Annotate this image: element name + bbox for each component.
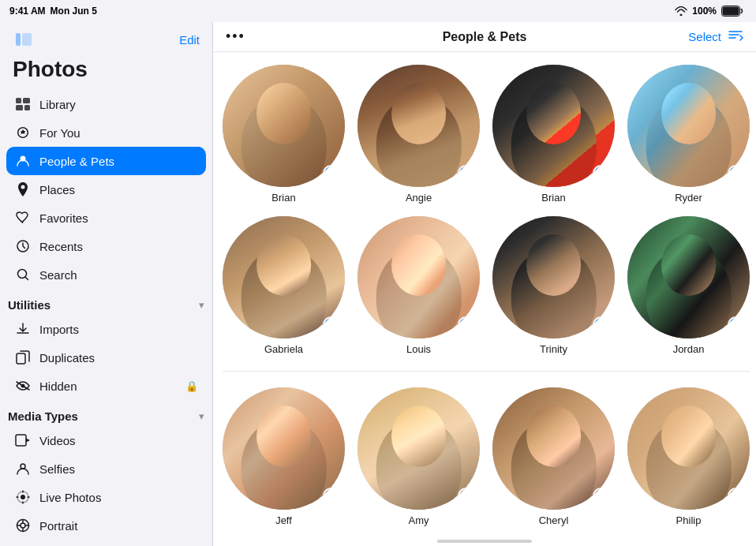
- library-icon: [14, 95, 32, 113]
- heart-badge-gabriela: ♥: [323, 316, 340, 334]
- media-types-section-header[interactable]: Media Types ▾: [0, 400, 212, 426]
- sidebar-header: Edit: [0, 22, 212, 55]
- content-header-wrapper: ••• People & Pets Select: [226, 28, 743, 45]
- person-item-trinity[interactable]: ♥ Trinity: [492, 216, 615, 355]
- person-item-jeff[interactable]: ♥ Jeff: [223, 387, 345, 526]
- sidebar-item-search[interactable]: Search: [6, 260, 206, 289]
- person-item-angie[interactable]: ♥ Angie: [357, 65, 480, 204]
- heart-badge-jordan: ♥: [728, 316, 745, 334]
- status-right: 100%: [675, 6, 743, 17]
- person-name-brian-1: Brian: [271, 192, 295, 204]
- person-name-ryder: Ryder: [675, 192, 702, 204]
- svg-rect-11: [17, 353, 25, 364]
- sidebar-item-recents[interactable]: Recents: [6, 232, 206, 260]
- sidebar-item-duplicates[interactable]: Duplicates: [6, 343, 206, 372]
- heart-badge-louis: ♥: [458, 316, 475, 334]
- sidebar-item-live-photos[interactable]: Live Photos: [6, 483, 206, 511]
- person-name-trinity: Trinity: [540, 343, 567, 355]
- sidebar-item-portrait[interactable]: Portrait: [6, 511, 206, 540]
- svg-rect-6: [16, 105, 23, 110]
- main-layout: Edit Photos Library: [0, 22, 756, 546]
- sidebar: Edit Photos Library: [0, 22, 213, 546]
- heart-badge-philip: ♥: [728, 488, 745, 505]
- sidebar-toggle-icon[interactable]: [13, 28, 35, 50]
- sidebar-item-label-selfies: Selfies: [39, 462, 198, 476]
- status-time: 9:41 AM: [9, 6, 46, 17]
- media-types-chevron: ▾: [199, 410, 204, 422]
- hidden-icon: [14, 377, 32, 395]
- more-options-button[interactable]: •••: [226, 28, 245, 45]
- sidebar-item-people-pets[interactable]: People & Pets: [6, 147, 206, 175]
- sort-button[interactable]: [728, 28, 743, 45]
- sidebar-item-library[interactable]: Library: [6, 90, 206, 118]
- person-item-philip[interactable]: ♥ Philip: [627, 387, 750, 526]
- sidebar-title: Photos: [0, 55, 212, 90]
- sidebar-item-label-people-pets: People & Pets: [39, 155, 198, 168]
- utilities-section-header[interactable]: Utilities ▾: [0, 289, 212, 315]
- sidebar-item-label-recents: Recents: [39, 240, 198, 253]
- select-button[interactable]: Select: [688, 30, 721, 43]
- person-item-ryder[interactable]: ♥ Ryder: [627, 65, 750, 204]
- person-item-brian-2[interactable]: ♥ Brian: [492, 65, 615, 204]
- photo-grid-scroll[interactable]: ♥ Brian ♥ Angie ♥ Brian: [213, 52, 756, 533]
- person-photo-gabriela: ♥: [223, 216, 345, 338]
- heart-badge-amy: ♥: [458, 488, 475, 505]
- person-name-angie: Angie: [406, 192, 432, 204]
- person-photo-louis: ♥: [357, 216, 480, 338]
- person-item-gabriela[interactable]: ♥ Gabriela: [223, 216, 345, 355]
- sidebar-item-imports[interactable]: Imports: [6, 315, 206, 343]
- recents-icon: [14, 237, 32, 255]
- svg-rect-13: [16, 435, 26, 446]
- section-divider: [223, 371, 750, 372]
- person-item-jordan[interactable]: ♥ Jordan: [627, 216, 750, 355]
- svg-point-22: [21, 523, 25, 528]
- heart-badge-trinity: ♥: [593, 316, 610, 334]
- sidebar-item-label-live-photos: Live Photos: [39, 491, 198, 504]
- person-item-brian-1[interactable]: ♥ Brian: [223, 65, 345, 204]
- sidebar-item-places[interactable]: Places: [6, 175, 206, 204]
- status-bar: 9:41 AM Mon Jun 5 100%: [0, 0, 756, 22]
- sidebar-item-label-for-you: For You: [39, 126, 198, 140]
- favorites-icon: [14, 209, 32, 226]
- person-photo-cheryl: ♥: [492, 387, 615, 510]
- person-item-amy[interactable]: ♥ Amy: [357, 387, 480, 526]
- sidebar-item-for-you[interactable]: For You: [6, 118, 206, 147]
- sidebar-item-favorites[interactable]: Favorites: [6, 204, 206, 232]
- svg-rect-5: [23, 98, 30, 103]
- videos-icon: [14, 432, 32, 449]
- person-name-philip: Philip: [676, 514, 702, 526]
- person-photo-jeff: ♥: [223, 387, 345, 510]
- utilities-section: Imports Duplicates: [0, 315, 212, 400]
- selfies-icon: [14, 460, 32, 477]
- search-icon: [14, 266, 32, 283]
- sidebar-item-videos[interactable]: Videos: [6, 426, 206, 454]
- person-name-jordan: Jordan: [673, 343, 705, 355]
- heart-badge-angie: ♥: [458, 165, 475, 182]
- utilities-title: Utilities: [8, 298, 51, 312]
- edit-button[interactable]: Edit: [179, 33, 200, 47]
- scroll-dot: [437, 540, 532, 543]
- person-photo-brian-1: ♥: [223, 65, 345, 187]
- imports-icon: [14, 320, 32, 338]
- sidebar-item-label-duplicates: Duplicates: [39, 351, 198, 365]
- svg-rect-1: [723, 7, 739, 16]
- photo-grid: ♥ Brian ♥ Angie ♥ Brian: [223, 65, 747, 526]
- live-photos-icon: [14, 488, 32, 506]
- sidebar-item-label-portrait: Portrait: [39, 519, 198, 533]
- media-types-section: Videos Selfies: [0, 426, 212, 540]
- content-header-right: Select: [688, 28, 743, 45]
- sidebar-item-hidden[interactable]: Hidden 🔒: [6, 372, 206, 400]
- person-item-louis[interactable]: ♥ Louis: [357, 216, 480, 355]
- person-photo-trinity: ♥: [492, 216, 615, 338]
- person-photo-ryder: ♥: [627, 65, 750, 187]
- heart-badge-ryder: ♥: [728, 165, 745, 182]
- content-title: People & Pets: [443, 30, 527, 44]
- sidebar-nav-section: Library For You Peopl: [0, 90, 212, 289]
- person-photo-jordan: ♥: [627, 216, 750, 338]
- person-name-cheryl: Cheryl: [539, 514, 569, 526]
- for-you-icon: [14, 124, 32, 141]
- person-name-amy: Amy: [409, 514, 429, 526]
- sidebar-item-selfies[interactable]: Selfies: [6, 454, 206, 483]
- person-item-cheryl[interactable]: ♥ Cheryl: [492, 387, 615, 526]
- sidebar-item-label-videos: Videos: [39, 434, 198, 447]
